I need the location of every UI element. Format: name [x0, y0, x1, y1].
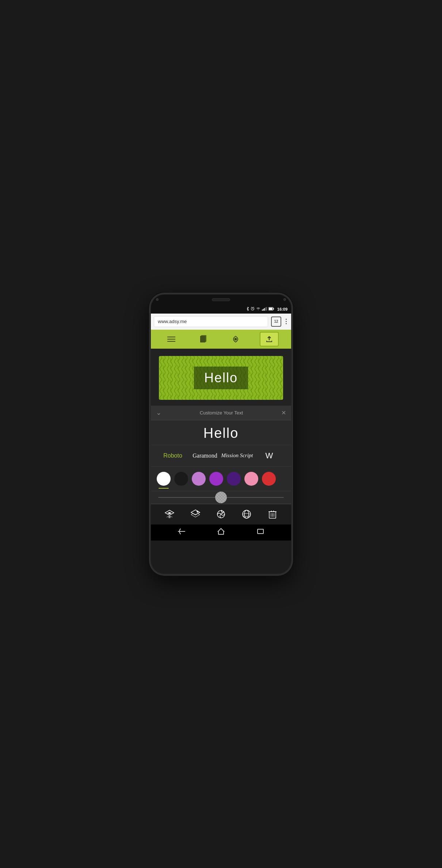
hamburger-icon — [167, 337, 175, 342]
font-option-garamond[interactable]: Garamond — [189, 451, 221, 460]
url-text: www.adsy.me — [158, 319, 187, 324]
tool-effects-icon — [216, 509, 226, 519]
phone-device: 16:09 www.adsy.me 12 — [150, 293, 292, 575]
font-option-w[interactable]: W — [253, 450, 285, 462]
status-time: 16:09 — [277, 307, 287, 311]
size-slider-thumb[interactable] — [215, 492, 227, 503]
menu-dot-2 — [286, 321, 287, 322]
nav-recents-button[interactable] — [256, 528, 264, 537]
preview-button[interactable] — [228, 331, 244, 347]
font-option-roboto[interactable]: Roboto — [157, 451, 189, 460]
close-button[interactable]: ✕ — [281, 409, 286, 416]
svg-point-21 — [244, 510, 249, 518]
tool-text-style-button[interactable] — [239, 506, 255, 522]
nav-home-icon — [217, 528, 225, 535]
svg-rect-15 — [201, 336, 206, 342]
upload-icon — [265, 335, 273, 343]
android-nav-bar — [151, 524, 291, 541]
svg-point-16 — [235, 338, 237, 340]
hamburger-menu-button[interactable] — [163, 331, 179, 347]
status-icons: 16:09 — [246, 307, 287, 312]
color-selection — [151, 467, 291, 491]
svg-rect-5 — [262, 310, 263, 311]
bluetooth-icon — [246, 307, 249, 312]
tool-layers-icon — [164, 509, 175, 519]
design-canvas[interactable]: Hello — [159, 356, 283, 400]
svg-rect-7 — [264, 308, 265, 311]
tool-layers-button[interactable] — [161, 506, 178, 522]
color-white[interactable] — [157, 472, 171, 486]
color-pink[interactable] — [244, 472, 258, 486]
nav-back-button[interactable] — [178, 528, 186, 537]
size-slider-track[interactable] — [158, 497, 284, 498]
svg-rect-8 — [265, 307, 266, 311]
color-red[interactable] — [262, 472, 276, 486]
wifi-icon — [256, 307, 260, 311]
nav-recents-icon — [256, 528, 264, 535]
tool-delete-button[interactable] — [264, 506, 281, 522]
svg-line-4 — [254, 307, 254, 308]
tool-effects-button[interactable] — [213, 506, 229, 522]
customize-header: ⌄ Customize Your Text ✕ — [151, 406, 291, 420]
svg-line-3 — [251, 307, 252, 308]
nav-home-button[interactable] — [217, 528, 225, 537]
text-preview: Hello — [203, 425, 239, 441]
canvas-text: Hello — [204, 370, 238, 385]
color-black[interactable] — [174, 472, 188, 486]
layers-button[interactable] — [195, 331, 212, 347]
text-preview-area: Hello — [151, 420, 291, 445]
color-lavender[interactable] — [192, 472, 206, 486]
tool-delete-icon — [268, 509, 277, 519]
browser-menu-button[interactable] — [284, 317, 288, 326]
bottom-toolbar — [151, 504, 291, 524]
canvas-text-container[interactable]: Hello — [194, 367, 248, 389]
phone-camera — [156, 298, 159, 301]
color-dark-purple[interactable] — [227, 472, 241, 486]
svg-rect-11 — [273, 308, 274, 310]
font-option-mission-script[interactable]: Mission Script — [221, 451, 253, 460]
svg-rect-9 — [266, 307, 267, 311]
status-bar: 16:09 — [151, 305, 291, 314]
browser-tab-button[interactable]: 12 — [271, 317, 281, 327]
browser-address-bar: www.adsy.me 12 — [151, 314, 291, 330]
tool-add-layer-button[interactable] — [187, 506, 203, 522]
svg-line-2 — [252, 309, 253, 309]
size-slider-area — [151, 491, 291, 504]
nav-back-icon — [178, 528, 186, 535]
battery-icon — [268, 307, 274, 311]
tool-add-layer-icon — [190, 509, 201, 519]
chevron-down-icon[interactable]: ⌄ — [156, 409, 161, 417]
svg-point-20 — [243, 510, 251, 518]
menu-dot-3 — [286, 323, 287, 324]
layers-icon — [199, 334, 208, 344]
phone-sensor — [283, 298, 286, 301]
signal-icon — [262, 307, 267, 311]
customize-title: Customize Your Text — [161, 410, 281, 416]
menu-dot-1 — [286, 319, 287, 320]
eye-icon — [230, 336, 241, 343]
canvas-area: Hello — [151, 349, 291, 406]
font-selection: Roboto Garamond Mission Script W — [151, 445, 291, 467]
phone-speaker — [212, 298, 230, 301]
svg-rect-12 — [269, 308, 273, 310]
alarm-icon — [251, 307, 255, 311]
app-toolbar — [151, 330, 291, 349]
tool-text-style-icon — [241, 509, 252, 519]
svg-rect-6 — [263, 309, 264, 311]
color-purple[interactable] — [209, 472, 223, 486]
customize-panel: ⌄ Customize Your Text ✕ Hello Roboto Gar… — [151, 406, 291, 504]
url-field[interactable]: www.adsy.me — [154, 316, 268, 327]
svg-rect-23 — [258, 529, 263, 534]
upload-button[interactable] — [260, 332, 279, 346]
phone-top-physical — [151, 295, 291, 305]
